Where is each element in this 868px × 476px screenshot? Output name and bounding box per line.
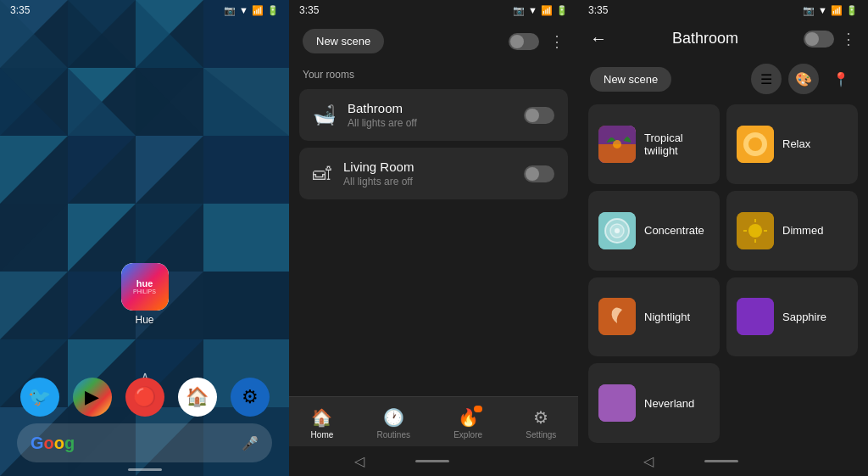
twitter-icon[interactable]: 🐦 [20,378,59,417]
bathroom-toggle[interactable] [524,107,554,124]
relax-thumb [737,126,774,163]
mic-icon[interactable]: 🎤 [242,435,259,451]
battery-icon: 🔋 [267,5,279,16]
svg-point-39 [613,140,621,148]
home-indicator[interactable] [128,468,162,471]
list-icon: ☰ [760,71,772,87]
android-nav-2: ◁ [289,446,578,476]
pin-icon: 📍 [832,71,849,87]
room-left-bathroom: 🛁 Bathroom All lights are off [313,101,417,129]
living-room-toggle[interactable] [524,165,554,182]
chrome-icon[interactable]: 🔴 [125,378,164,417]
status-icons-3: 📷 ▼ 📶 🔋 [803,5,858,16]
color-view-btn[interactable]: 🎨 [788,64,819,94]
routines-nav-label: Routines [376,430,409,440]
nightlight-label: Nightlight [644,311,690,323]
app-dock: 🐦 ▶ 🔴 🏠 ⚙ [0,369,289,425]
relax-card[interactable]: Relax [726,104,858,184]
screenshot-icon-3: 📷 [803,5,815,16]
nav-explore[interactable]: 🔥 Explore [447,404,489,443]
nightlight-card[interactable]: Nightlight [588,277,720,357]
status-bar-2: 3:35 📷 ▼ 📶 🔋 [289,0,578,20]
location-view-btn[interactable]: 📍 [826,64,856,94]
status-time-3: 3:35 [588,4,608,16]
google-search-bar[interactable]: Goog 🎤 [17,423,272,462]
hue-app-label: Hue [135,314,153,326]
concentrate-label: Concentrate [644,224,704,237]
explore-badge [476,406,482,412]
app-header-3: ← Bathroom ⋮ [578,20,868,57]
wifi-icon-3: ▼ [818,5,827,15]
bathroom-room-card[interactable]: 🛁 Bathroom All lights are off [299,89,568,141]
play-store-icon[interactable]: ▶ [73,378,112,417]
hue-app-icon-group[interactable]: hue PHILIPS Hue [121,263,169,326]
svg-rect-54 [737,298,774,335]
status-icons-2: 📷 ▼ 📶 🔋 [513,5,568,16]
neverland-label: Neverland [644,397,694,410]
concentrate-thumb [598,212,636,249]
living-room-card[interactable]: 🛋 Living Room All lights are off [299,148,568,199]
signal-icon: 📶 [252,5,264,16]
hue-rooms-screen: 3:35 📷 ▼ 📶 🔋 New scene ⋮ Your rooms 🛁 Ba… [289,0,578,476]
master-toggle-2[interactable] [509,33,539,50]
settings-icon[interactable]: ⚙ [231,378,270,417]
hue-app-icon[interactable]: hue PHILIPS [121,263,169,311]
back-triangle-3[interactable]: ◁ [643,453,654,469]
nav-settings[interactable]: ⚙ Settings [519,404,563,443]
neverland-card[interactable]: Neverland [588,363,720,443]
screenshot-icon: 📷 [224,5,236,16]
new-scene-button-2[interactable]: New scene [303,29,384,53]
nav-routines[interactable]: 🕐 Routines [370,404,416,443]
living-room-info: Living Room All lights are off [343,160,414,188]
home-indicator-2[interactable] [415,460,449,462]
wifi-icon: ▼ [239,5,248,15]
nightlight-thumb [598,298,636,335]
back-button-3[interactable]: ← [590,29,607,48]
explore-nav-icon: 🔥 [458,408,479,427]
bathroom-scenes-screen: 3:35 📷 ▼ 📶 🔋 ← Bathroom ⋮ New scene ☰ 🎨 … [578,0,868,476]
wifi-icon-2: ▼ [528,5,537,15]
svg-rect-55 [598,384,636,422]
sapphire-card[interactable]: Sapphire [726,277,858,357]
scenes-header: New scene ☰ 🎨 📍 [578,57,868,101]
android-home-screen: 3:35 📷 ▼ 📶 🔋 hue PHILIPS Hue ∧ 🐦 ▶ 🔴 🏠 ⚙… [0,0,289,476]
living-room-status: All lights are off [343,176,414,188]
sapphire-label: Sapphire [782,311,826,323]
header-right-3: ⋮ [804,30,856,48]
android-nav-3: ◁ [578,446,868,476]
back-triangle-2[interactable]: ◁ [354,453,364,469]
home-app-icon[interactable]: 🏠 [178,378,217,417]
view-controls: ☰ 🎨 📍 [751,64,856,94]
tropical-twilight-label: Tropical twilight [644,132,709,157]
settings-nav-icon: ⚙ [533,407,548,428]
status-time: 3:35 [10,4,30,16]
home-nav-label: Home [311,430,334,440]
bathroom-info: Bathroom All lights are off [348,101,417,129]
battery-icon-3: 🔋 [846,5,858,16]
menu-dots-2[interactable]: ⋮ [549,32,565,51]
screenshot-icon-2: 📷 [513,5,525,16]
tropical-twilight-thumb [598,126,636,163]
sapphire-thumb [737,298,774,335]
status-icons: 📷 ▼ 📶 🔋 [224,5,279,16]
explore-nav-label: Explore [453,430,482,440]
status-bar: 3:35 📷 ▼ 📶 🔋 [0,0,289,20]
home-nav-icon: 🏠 [311,407,332,428]
svg-point-42 [748,137,762,151]
nav-home[interactable]: 🏠 Home [304,404,341,443]
tropical-twilight-card[interactable]: Tropical twilight [588,104,720,184]
bathroom-name: Bathroom [348,101,417,115]
bathroom-master-toggle[interactable] [804,31,834,48]
svg-marker-17 [203,204,289,272]
signal-icon-3: 📶 [831,5,843,16]
routines-nav-icon: 🕐 [383,407,404,428]
menu-dots-3[interactable]: ⋮ [841,30,856,48]
list-view-btn[interactable]: ☰ [751,64,782,94]
new-scene-button-3[interactable]: New scene [590,67,671,92]
dimmed-thumb [737,212,774,249]
bathroom-icon: 🛁 [313,104,336,126]
concentrate-card[interactable]: Concentrate [588,191,720,271]
dimmed-card[interactable]: Dimmed [726,191,858,271]
home-indicator-3[interactable] [704,460,738,462]
hue-brand-text: hue [136,279,153,288]
